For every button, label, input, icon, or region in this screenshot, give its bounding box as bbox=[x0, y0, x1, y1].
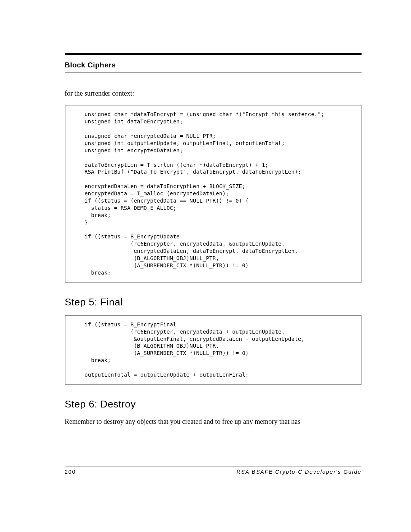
page: Block Ciphers for the surrender context:… bbox=[0, 0, 411, 532]
rule-thin bbox=[65, 72, 362, 73]
footer: 200 RSA BSAFE Crypto-C Developer's Guide bbox=[65, 466, 362, 475]
page-number: 200 bbox=[65, 469, 76, 475]
step5-heading: Step 5: Final bbox=[65, 296, 362, 308]
step6-body: Remember to destroy any objects that you… bbox=[65, 417, 362, 426]
code-block-1: unsigned char *dataToEncrypt = (unsigned… bbox=[65, 105, 362, 282]
doc-title: RSA BSAFE Crypto-C Developer's Guide bbox=[236, 469, 362, 475]
rule-thick bbox=[65, 53, 362, 55]
code-block-2: if ((status = B_EncryptFinal (rc6Encrypt… bbox=[65, 315, 362, 385]
intro-text: for the surrender context: bbox=[65, 89, 362, 98]
step6-heading: Step 6: Destroy bbox=[65, 398, 362, 410]
section-header: Block Ciphers bbox=[65, 61, 362, 69]
